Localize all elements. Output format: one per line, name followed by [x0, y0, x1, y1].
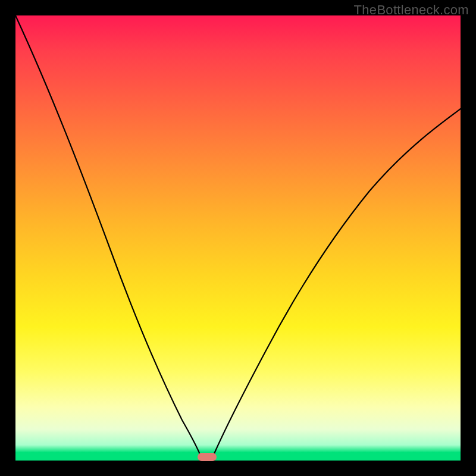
- valley-marker: [198, 453, 217, 461]
- chart-plot-area: [15, 15, 461, 461]
- watermark-text: TheBottleneck.com: [354, 2, 469, 18]
- curve-right-branch: [211, 109, 461, 461]
- chart-frame: [15, 15, 461, 461]
- curve-left-branch: [15, 15, 202, 461]
- chart-curves-svg: [15, 15, 461, 461]
